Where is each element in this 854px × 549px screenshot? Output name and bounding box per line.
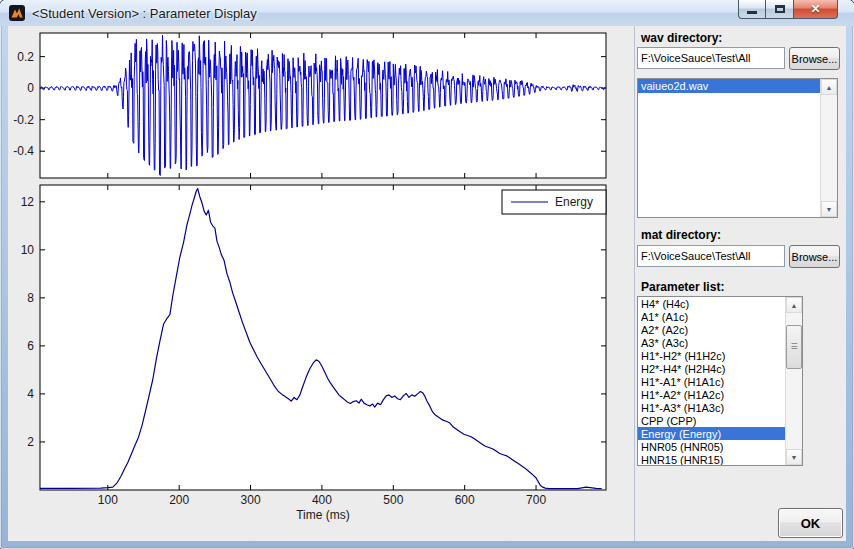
ok-button[interactable]: OK bbox=[778, 508, 843, 538]
wav-file-list[interactable]: vaiueo2d.wav ▲ ▼ bbox=[637, 78, 838, 218]
matlab-icon bbox=[9, 5, 25, 21]
scroll-down-icon[interactable]: ▼ bbox=[821, 201, 837, 217]
scroll-up-icon[interactable]: ▲ bbox=[821, 79, 837, 95]
svg-text:2: 2 bbox=[27, 435, 34, 449]
close-icon: ✕ bbox=[810, 3, 820, 15]
parameter-list-label: Parameter list: bbox=[641, 280, 724, 294]
mat-directory-label: mat directory: bbox=[641, 228, 721, 242]
title-bar[interactable]: <Student Version> : Parameter Display bbox=[0, 0, 854, 26]
minimize-icon bbox=[747, 11, 757, 14]
svg-text:10: 10 bbox=[21, 243, 35, 257]
svg-text:6: 6 bbox=[27, 339, 34, 353]
parameter-item[interactable]: H2*-H4* (H2H4c) bbox=[638, 362, 786, 375]
waveform-plot: 0.20-0.2-0.4 bbox=[13, 33, 606, 178]
svg-text:600: 600 bbox=[455, 493, 475, 507]
parameter-item[interactable]: CPP (CPP) bbox=[638, 414, 786, 427]
svg-text:100: 100 bbox=[98, 493, 118, 507]
window-controls: ✕ bbox=[738, 0, 838, 19]
svg-text:700: 700 bbox=[526, 493, 546, 507]
parameter-item[interactable]: H1*-H2* (H1H2c) bbox=[638, 349, 786, 362]
svg-text:-0.4: -0.4 bbox=[13, 144, 34, 158]
svg-text:300: 300 bbox=[241, 493, 261, 507]
mat-directory-input[interactable] bbox=[637, 245, 785, 267]
wav-file-item[interactable]: vaiueo2d.wav bbox=[638, 79, 821, 93]
svg-text:0: 0 bbox=[27, 81, 34, 95]
parameter-item[interactable]: H1*-A1* (H1A1c) bbox=[638, 375, 786, 388]
wav-list-scrollbar[interactable]: ▲ ▼ bbox=[820, 79, 837, 217]
parameter-item[interactable]: A3* (A3c) bbox=[638, 336, 786, 349]
window-title: <Student Version> : Parameter Display bbox=[32, 6, 257, 21]
close-button[interactable]: ✕ bbox=[794, 0, 838, 19]
parameter-item[interactable]: HNR15 (HNR15) bbox=[638, 453, 786, 465]
energy-plot: 10020030040050060070024681012Time (ms) bbox=[21, 185, 606, 522]
svg-text:-0.2: -0.2 bbox=[13, 113, 34, 127]
parameter-item[interactable]: A2* (A2c) bbox=[638, 323, 786, 336]
wav-browse-button[interactable]: Browse... bbox=[789, 47, 840, 70]
wav-directory-input[interactable] bbox=[637, 47, 785, 69]
wav-directory-label: wav directory: bbox=[641, 31, 722, 45]
scroll-down-icon[interactable]: ▼ bbox=[786, 449, 802, 465]
parameter-item[interactable]: H1*-A3* (H1A3c) bbox=[638, 401, 786, 414]
parameter-list[interactable]: H4* (H4c)A1* (A1c)A2* (A2c)A3* (A3c)H1*-… bbox=[637, 296, 803, 466]
parameter-item[interactable]: HNR05 (HNR05) bbox=[638, 440, 786, 453]
parameter-item[interactable]: H1*-A2* (H1A2c) bbox=[638, 388, 786, 401]
mat-browse-button[interactable]: Browse... bbox=[789, 245, 840, 268]
figure-client-area: 0.20-0.2-0.41002003004005006007002468101… bbox=[8, 26, 846, 541]
energy-legend: Energy bbox=[502, 190, 606, 214]
svg-text:500: 500 bbox=[383, 493, 403, 507]
scroll-up-icon[interactable]: ▲ bbox=[786, 297, 802, 313]
svg-text:8: 8 bbox=[27, 291, 34, 305]
minimize-button[interactable] bbox=[738, 0, 766, 19]
scrollbar-thumb[interactable]: ☰ bbox=[786, 325, 802, 369]
parameter-item[interactable]: Energy (Energy) bbox=[638, 427, 786, 440]
parameter-item[interactable]: A1* (A1c) bbox=[638, 310, 786, 323]
parameter-list-scrollbar[interactable]: ▲ ☰ ▼ bbox=[785, 297, 802, 465]
maximize-button[interactable] bbox=[766, 0, 794, 19]
maximize-icon bbox=[775, 5, 785, 13]
svg-text:0.2: 0.2 bbox=[17, 50, 34, 64]
parameter-display-window: <Student Version> : Parameter Display ✕ … bbox=[0, 0, 854, 549]
svg-text:400: 400 bbox=[312, 493, 332, 507]
svg-text:Time (ms): Time (ms) bbox=[296, 508, 350, 522]
parameter-item[interactable]: H4* (H4c) bbox=[638, 297, 786, 310]
plots-svg: 0.20-0.2-0.41002003004005006007002468101… bbox=[8, 26, 638, 541]
svg-text:200: 200 bbox=[169, 493, 189, 507]
svg-text:4: 4 bbox=[27, 387, 34, 401]
svg-text:Energy: Energy bbox=[555, 195, 593, 209]
panel-divider bbox=[634, 26, 635, 541]
svg-text:12: 12 bbox=[21, 195, 35, 209]
